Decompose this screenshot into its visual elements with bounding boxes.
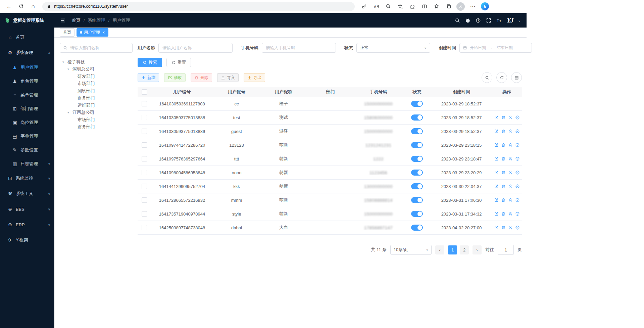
- row-checkbox[interactable]: [142, 129, 147, 134]
- delete-button[interactable]: [501, 156, 506, 161]
- status-toggle[interactable]: [411, 183, 423, 189]
- row-checkbox[interactable]: [142, 211, 147, 217]
- status-toggle[interactable]: [411, 142, 423, 148]
- delete-button[interactable]: [501, 184, 506, 189]
- add-button[interactable]: 新增: [138, 73, 159, 82]
- reset-password-button[interactable]: [508, 225, 513, 230]
- tree-node[interactable]: 财务部门: [60, 95, 133, 102]
- zoom-button[interactable]: [383, 1, 394, 11]
- home-button[interactable]: ⌂: [28, 1, 39, 11]
- read-aloud-button[interactable]: A: [370, 1, 382, 11]
- edit-button[interactable]: [494, 129, 499, 134]
- status-toggle[interactable]: [411, 101, 423, 107]
- tree-node[interactable]: 研发部门: [60, 73, 133, 80]
- view-tab[interactable]: 首页: [60, 28, 75, 37]
- next-page-button[interactable]: ›: [473, 245, 482, 254]
- reset-password-button[interactable]: [508, 212, 513, 216]
- delete-button[interactable]: 删除: [191, 73, 212, 82]
- toggle-search-button[interactable]: [482, 72, 492, 83]
- status-toggle[interactable]: [411, 197, 423, 203]
- row-checkbox[interactable]: [142, 197, 147, 203]
- authorize-button[interactable]: [515, 184, 520, 189]
- view-tab[interactable]: 用户管理×: [77, 28, 108, 37]
- authorize-button[interactable]: [515, 156, 520, 161]
- page-button[interactable]: 1: [448, 245, 457, 254]
- breadcrumb-item[interactable]: 首页: [72, 17, 81, 24]
- split-screen-button[interactable]: [419, 1, 430, 11]
- tree-node[interactable]: 市场部门: [60, 80, 133, 88]
- authorize-button[interactable]: [515, 115, 520, 120]
- sidebar-item[interactable]: ⚙系统管理∧: [0, 45, 54, 60]
- reset-password-button[interactable]: [508, 184, 513, 189]
- sidebar-item[interactable]: ▣岗位管理: [0, 115, 54, 129]
- username-input[interactable]: [158, 43, 233, 53]
- row-checkbox[interactable]: [142, 225, 147, 230]
- address-bar[interactable]: https://ccnetcore.com:1101/system/user: [42, 2, 355, 11]
- edit-button[interactable]: [494, 225, 499, 230]
- authorize-button[interactable]: [515, 129, 520, 134]
- extensions-button[interactable]: [407, 1, 418, 11]
- collapse-menu-button[interactable]: [60, 18, 66, 23]
- close-tab-icon[interactable]: ×: [102, 30, 105, 35]
- row-checkbox[interactable]: [142, 142, 147, 148]
- authorize-button[interactable]: [515, 198, 520, 202]
- password-key-button[interactable]: [358, 1, 369, 11]
- dept-search-input[interactable]: [69, 45, 129, 51]
- authorize-button[interactable]: [515, 225, 520, 230]
- sidebar-item[interactable]: ≡菜单管理: [0, 88, 54, 102]
- edit-button[interactable]: [494, 156, 499, 161]
- brand-logo[interactable]: YJ: [507, 17, 513, 24]
- edit-button[interactable]: [494, 198, 499, 202]
- font-size-button[interactable]: TT: [496, 18, 502, 23]
- sidebar-item[interactable]: ⊕BBS∨: [0, 201, 54, 217]
- reset-password-button[interactable]: [508, 156, 513, 161]
- prev-page-button[interactable]: ‹: [435, 245, 444, 254]
- github-button[interactable]: [465, 18, 470, 23]
- header-search-button[interactable]: [455, 18, 460, 23]
- row-checkbox[interactable]: [142, 170, 147, 175]
- sidebar-item[interactable]: ⊡系统监控∨: [0, 171, 54, 186]
- tree-node[interactable]: ▾江西总公司: [60, 109, 133, 116]
- page-size-select[interactable]: 10条/页 ∨: [390, 245, 432, 255]
- status-select[interactable]: 正常 ∨: [356, 43, 430, 53]
- help-button[interactable]: ?: [476, 18, 481, 23]
- row-checkbox[interactable]: [142, 184, 147, 189]
- row-checkbox[interactable]: [142, 101, 147, 106]
- favorites-button[interactable]: [431, 1, 442, 11]
- status-toggle[interactable]: [411, 114, 423, 121]
- breadcrumb-item[interactable]: 用户管理: [112, 17, 130, 24]
- search-button[interactable]: 搜索: [138, 58, 162, 67]
- sidebar-item[interactable]: ⚒系统工具∨: [0, 186, 54, 201]
- edit-button[interactable]: [494, 143, 499, 147]
- refresh-table-button[interactable]: [496, 72, 507, 83]
- status-toggle[interactable]: [411, 170, 423, 176]
- edit-button[interactable]: [494, 212, 499, 216]
- sidebar-item[interactable]: ♟用户管理: [0, 60, 54, 74]
- profile-button[interactable]: [455, 1, 466, 11]
- goto-page-input[interactable]: [498, 245, 514, 255]
- chevron-down-icon[interactable]: ∨: [518, 19, 521, 23]
- tree-node[interactable]: ▾橙子科技: [60, 58, 133, 66]
- delete-button[interactable]: [501, 198, 506, 202]
- select-all-checkbox[interactable]: [142, 89, 147, 95]
- sidebar-item[interactable]: ✈Yi框架: [0, 232, 54, 248]
- tree-node[interactable]: ▾深圳总公司: [60, 66, 133, 73]
- sidebar-item[interactable]: ⌂首页: [0, 30, 54, 45]
- reset-button[interactable]: 重置: [166, 58, 191, 67]
- settings-more-button[interactable]: ⋯: [467, 1, 478, 11]
- authorize-button[interactable]: [515, 170, 520, 175]
- app-logo[interactable]: 意框架管理系统: [0, 13, 54, 28]
- date-range-picker[interactable]: 开始日期 - 结束日期: [459, 43, 532, 53]
- import-button[interactable]: 导入: [217, 73, 239, 82]
- delete-button[interactable]: [501, 115, 506, 120]
- status-toggle[interactable]: [411, 156, 423, 162]
- copilot-button[interactable]: b: [479, 1, 490, 11]
- reset-password-button[interactable]: [508, 143, 513, 147]
- tree-node[interactable]: 财务部门: [60, 124, 133, 131]
- delete-button[interactable]: [501, 129, 506, 134]
- delete-button[interactable]: [501, 212, 506, 216]
- edit-button[interactable]: [494, 170, 499, 175]
- refresh-button[interactable]: [15, 1, 27, 11]
- sidebar-item[interactable]: ♟角色管理: [0, 74, 54, 88]
- status-toggle[interactable]: [411, 211, 423, 217]
